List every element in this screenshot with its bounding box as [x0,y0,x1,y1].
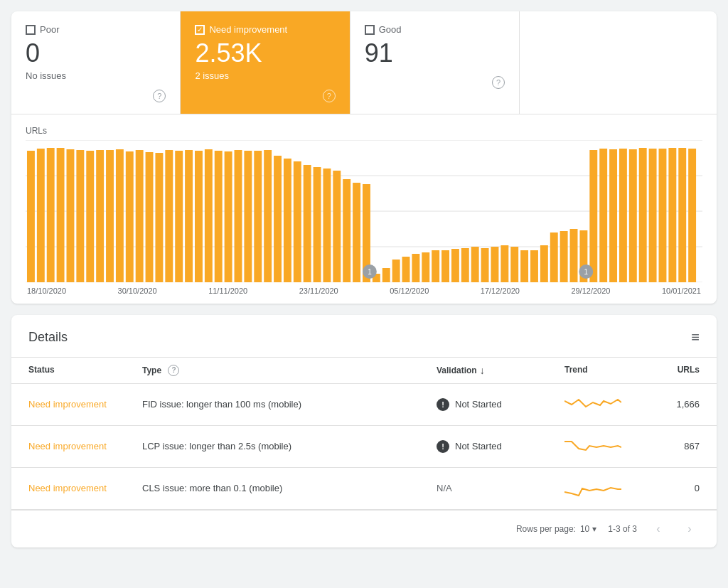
rows-per-page-label: Rows per page: [516,524,576,534]
chart-x-label-2: 30/10/2020 [118,287,157,295]
svg-rect-59 [560,231,568,282]
svg-rect-12 [96,150,104,282]
th-urls: URLs [650,365,700,376]
chart-svg: 1 1 [26,140,702,282]
rows-per-page-value: 10 [580,524,589,534]
metric-poor-subtitle: No issues [26,70,166,81]
svg-rect-7 [47,148,55,282]
svg-rect-63 [599,149,607,282]
svg-rect-66 [629,149,637,282]
svg-rect-16 [136,150,144,282]
trend-svg-1 [564,394,621,415]
th-type: Type ? [142,365,437,376]
svg-rect-60 [570,229,578,282]
svg-rect-8 [57,148,65,282]
svg-rect-71 [678,148,686,282]
dropdown-arrow-icon: ▾ [592,524,596,534]
svg-rect-34 [314,167,321,282]
svg-text:1: 1 [368,268,372,276]
table-header: Status Type ? Validation ↓ Trend URLs [11,358,717,384]
rows-select[interactable]: 10 ▾ [580,524,596,534]
details-card: Details ≡ Status Type ? Validation ↓ Tre… [11,315,717,547]
svg-rect-47 [441,250,449,282]
svg-rect-10 [76,150,84,282]
help-type-icon[interactable]: ? [168,365,179,375]
svg-rect-21 [185,150,193,282]
metric-good-value: 91 [365,39,505,68]
svg-rect-33 [304,165,311,282]
svg-rect-50 [471,247,479,282]
filter-icon[interactable]: ≡ [691,329,700,346]
help-poor-icon[interactable]: ? [153,90,166,102]
svg-rect-37 [343,179,350,282]
svg-rect-23 [205,149,213,282]
svg-rect-56 [530,250,538,282]
status-cell-3[interactable]: Need improvement [28,483,142,493]
trend-svg-2 [564,436,621,457]
svg-rect-70 [668,148,676,282]
help-good-icon[interactable]: ? [492,76,505,89]
chart-y-label: URLs [26,126,702,136]
checkbox-poor-icon [26,25,36,35]
url-count-2: 867 [650,441,700,451]
svg-rect-22 [195,151,203,282]
metric-need-value: 2.53K [195,39,335,68]
svg-text:1: 1 [584,268,589,276]
svg-rect-49 [461,248,469,282]
svg-rect-72 [688,149,696,282]
url-count-1: 1,666 [650,399,700,410]
metric-poor-value: 0 [26,39,166,68]
table-row: Need improvement LCP issue: longer than … [11,426,717,468]
svg-rect-14 [116,149,124,282]
url-count-3: 0 [650,483,700,493]
svg-rect-46 [432,250,439,282]
table-row: Need improvement FID issue: longer than … [11,384,717,426]
trend-cell-1 [564,394,650,415]
svg-rect-6 [37,149,45,282]
metric-empty [520,11,717,114]
chart-area: 1 1 [26,140,702,282]
metrics-row: Poor 0 No issues ? ✓ Need improvement 2.… [11,11,717,114]
chart-x-label-3: 11/11/2020 [208,287,247,295]
validation-cell-1: ! Not Started [437,398,564,411]
status-cell-2[interactable]: Need improvement [28,441,142,451]
checkbox-need-icon: ✓ [195,25,205,35]
svg-rect-15 [126,151,134,282]
svg-rect-53 [500,245,508,282]
svg-rect-45 [422,252,429,282]
not-started-icon-2: ! [437,440,449,453]
th-trend: Trend [564,365,650,376]
svg-rect-42 [392,260,400,282]
details-header: Details ≡ [11,315,717,358]
svg-rect-43 [402,257,410,282]
svg-rect-35 [323,169,331,282]
prev-page-button[interactable]: ‹ [648,519,668,539]
th-validation[interactable]: Validation ↓ [437,365,564,376]
help-need-icon[interactable]: ? [323,90,336,102]
chart-x-label-1: 18/10/2020 [27,287,66,295]
svg-rect-67 [639,148,647,282]
svg-rect-25 [225,151,232,282]
chart-container: URLs [11,114,717,304]
svg-rect-52 [491,247,499,282]
type-cell-2: LCP issue: longer than 2.5s (mobile) [142,441,437,451]
svg-rect-30 [274,156,282,282]
details-title: Details [28,330,68,345]
svg-rect-24 [215,151,223,282]
metric-poor: Poor 0 No issues ? [11,11,181,114]
svg-rect-20 [175,151,183,282]
svg-rect-26 [235,150,242,282]
svg-rect-27 [244,151,252,282]
next-page-button[interactable]: › [680,519,700,539]
svg-rect-18 [155,153,163,282]
status-cell-1[interactable]: Need improvement [28,399,142,410]
validation-cell-3: N/A [437,483,564,493]
chart-x-label-5: 05/12/2020 [390,287,429,295]
svg-rect-36 [333,171,341,282]
svg-rect-44 [412,254,419,282]
metric-need-subtitle: 2 issues [195,70,335,81]
checkbox-good-icon [365,25,375,35]
svg-rect-31 [284,159,291,282]
trend-cell-3 [564,478,650,499]
svg-rect-19 [165,150,173,282]
